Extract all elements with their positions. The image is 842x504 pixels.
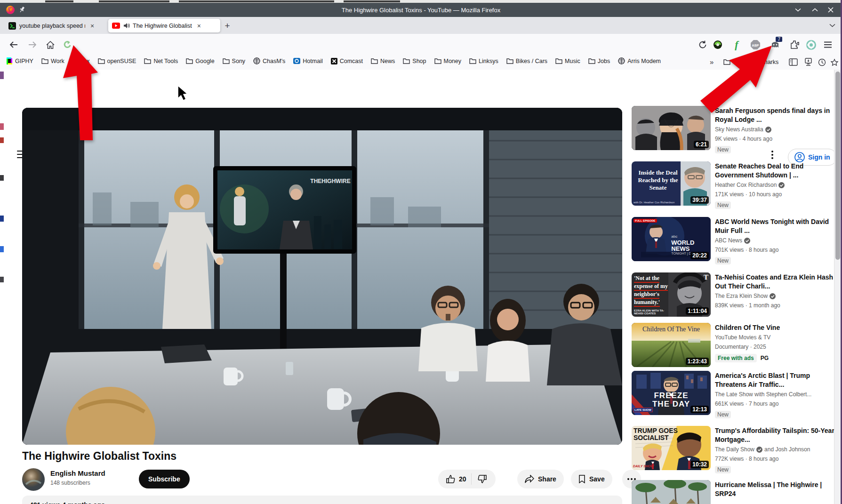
verified-badge-icon (756, 447, 762, 453)
video-thumbnail[interactable]: 6:21 (632, 106, 711, 150)
bookmark-folder-net-tools[interactable]: Net Tools (144, 58, 178, 64)
suggestion-channel[interactable]: The Daily Show (715, 445, 754, 454)
thumb-quote2: expense of my (634, 283, 668, 291)
bookmark-folder-music[interactable]: Music (555, 58, 580, 64)
video-thumbnail[interactable]: Inside the Deal Reached by the Senate No… (632, 161, 711, 206)
window-minimize-button[interactable] (792, 5, 803, 15)
window-titlebar[interactable]: The Highwire Globalist Toxins - YouTube … (0, 3, 842, 17)
suggestion-item[interactable]: 'Not at the expense of my neighbor's hum… (632, 272, 837, 317)
suggestion-title[interactable]: Ta-Nehisi Coates and Ezra Klein Hash Out… (715, 273, 837, 291)
suggestion-item[interactable]: Inside the Deal Reached by the Senate No… (632, 161, 837, 209)
other-bookmarks[interactable]: Other Bookmarks (723, 59, 778, 65)
bookmark-hotmail[interactable]: Hotmail (293, 57, 322, 64)
bookmark-arris-modem[interactable]: Arris Modem (618, 57, 661, 64)
suggestion-item[interactable]: Children Of The Vine 1:23:43 Children Of… (632, 323, 837, 367)
like-button[interactable]: 20 (441, 474, 471, 484)
home-button[interactable] (45, 40, 56, 50)
bookmark-folder-linksys[interactable]: Linksys (469, 58, 498, 64)
bookmark-chasms[interactable]: ChasM's (253, 57, 285, 64)
bookmark-folder-news[interactable]: News (371, 58, 395, 64)
suggestion-channel[interactable]: Heather Cox Richardson (715, 181, 777, 189)
suggestion-channel[interactable]: The Late Show with Stephen Colbert... (715, 390, 811, 399)
tab1-close-icon[interactable]: × (88, 22, 96, 30)
share-icon (525, 475, 534, 483)
video-thumbnail[interactable]: FULL EPISODE abc WORLD NEWS TONIGHT | DA… (632, 217, 711, 261)
suggestion-item[interactable]: 6:21 Sarah Ferguson spends final days in… (632, 106, 837, 153)
adblock-plus-extension-icon[interactable]: ABP (750, 40, 761, 50)
back-button[interactable] (8, 40, 19, 50)
history-clock-icon[interactable] (818, 58, 826, 66)
window-close-button[interactable] (825, 5, 836, 15)
tab-highwire-active[interactable]: The Highwire Globalist × (108, 19, 220, 32)
suggestion-channel[interactable]: Sky News Australia (715, 125, 763, 134)
duration-badge: 6:21 (694, 141, 709, 148)
suggestion-item[interactable]: TRUMP GOES SOCIALIST DAILY SHOW 10:32 Tr… (632, 426, 837, 473)
bookmark-folder-google[interactable]: Google (186, 58, 214, 64)
suggestion-title[interactable]: ABC World News Tonight with David Muir F… (715, 217, 837, 235)
window-maximize-button[interactable] (809, 5, 820, 15)
video-thumbnail[interactable]: FREEZE THE DAY LATE SHOW 12:13 (632, 371, 711, 415)
channel-avatar[interactable] (22, 468, 45, 491)
bookmark-folder-shop[interactable]: Shop (403, 58, 426, 64)
suggestion-item[interactable]: FREEZE THE DAY LATE SHOW 12:13 America's… (632, 371, 837, 418)
video-player[interactable]: THEHIGHWIRE (22, 108, 622, 445)
bookmark-folder-bikes-cars[interactable]: Bikes / Cars (506, 58, 547, 64)
video-thumbnail[interactable]: TRUMP GOES SOCIALIST DAILY SHOW 10:32 (632, 426, 711, 470)
subscribe-button[interactable]: Subscribe (139, 470, 190, 488)
save-button[interactable]: Save (571, 470, 612, 488)
bookmark-folder-fox[interactable]: fox (72, 58, 90, 64)
description-box[interactable]: 481 views 4 months ago (22, 496, 622, 504)
video-thumbnail[interactable]: Children Of The Vine 1:23:43 (632, 323, 711, 367)
tab-audio-playing-icon[interactable] (123, 23, 130, 29)
tab-youtube-playback-speed[interactable]: youtube playback speed nc × (5, 19, 111, 32)
tab1-favicon (8, 22, 16, 30)
suggestion-title[interactable]: Sarah Ferguson spends final days in Roya… (715, 106, 837, 124)
extensions-puzzle-icon[interactable] (790, 40, 800, 50)
suggestion-item[interactable]: FULL EPISODE abc WORLD NEWS TONIGHT | DA… (632, 217, 837, 264)
video-thumbnail[interactable] (632, 480, 711, 504)
thumb-quote4: humanity.' (634, 299, 660, 307)
extension-with-badge-icon[interactable]: 7 (770, 40, 780, 50)
list-all-tabs-icon[interactable] (829, 24, 835, 27)
page-scrollbar[interactable] (834, 70, 841, 504)
bookmark-giphy[interactable]: GIPHY (7, 57, 33, 64)
new-tab-button[interactable]: + (221, 20, 233, 32)
suggestion-title[interactable]: America's Arctic Blast | Trump Threatens… (715, 371, 837, 389)
suggestion-channel[interactable]: The Ezra Klein Show (715, 292, 768, 300)
flash-downloader-extension-icon[interactable]: f (731, 40, 742, 50)
video-thumbnail[interactable]: 'Not at the expense of my neighbor's hum… (632, 272, 711, 317)
suggestion-title[interactable]: Trump's Affordability Tailspin: 50-Year … (715, 426, 837, 444)
channel-name[interactable]: English Mustard (50, 469, 105, 477)
refresh-extension-icon[interactable] (62, 40, 72, 50)
bookmark-folder-sony[interactable]: Sony (223, 58, 246, 64)
privacy-extension-icon[interactable] (806, 40, 816, 50)
window-title: The Highwire Globalist Toxins - YouTube … (0, 7, 842, 14)
suggestion-title[interactable]: Hurricane Melissa | The Highwire | SRP24 (715, 480, 837, 498)
reload-button[interactable] (698, 40, 708, 50)
bookmark-folder-jobs[interactable]: Jobs (588, 58, 610, 64)
sidebar-toggle-icon[interactable] (789, 58, 798, 66)
tab2-close-icon[interactable]: × (195, 22, 203, 30)
bookmarks-overflow-chevron[interactable]: » (710, 58, 714, 66)
bookmark-folder-work[interactable]: Work (41, 58, 64, 64)
suggestion-title[interactable]: Senate Reaches Deal to End Government Sh… (715, 162, 837, 180)
bookmark-folder-money[interactable]: Money (434, 58, 462, 64)
scrollbar-thumb[interactable] (835, 72, 840, 260)
share-button[interactable]: Share (517, 470, 564, 488)
suggestion-title[interactable]: Children Of The Vine (715, 323, 780, 332)
bookmark-comcast[interactable]: Comcast (331, 58, 363, 64)
suggestion-channel[interactable]: ABC News (715, 236, 742, 245)
suggestion-meta: 772K views · 8 hours ago (715, 455, 837, 463)
bookmark-folder-opensuse[interactable]: openSUSE (98, 58, 136, 64)
screen: The Highwire Globalist Toxins - YouTube … (0, 0, 842, 504)
suggestion-item[interactable]: Hurricane Melissa | The Highwire | SRP24 (632, 480, 837, 504)
suggestion-channel[interactable]: YouTube Movies & TV (715, 333, 770, 342)
forward-button[interactable] (27, 40, 38, 50)
duration-badge: 10:32 (690, 461, 709, 468)
bookmarks-star-menu-icon[interactable] (830, 58, 839, 66)
app-menu-hamburger-icon[interactable] (823, 40, 833, 50)
verified-badge-icon (778, 182, 785, 188)
import-device-icon[interactable] (804, 58, 813, 66)
dislike-button[interactable] (472, 474, 493, 484)
sponsorblock-extension-icon[interactable] (713, 40, 723, 50)
